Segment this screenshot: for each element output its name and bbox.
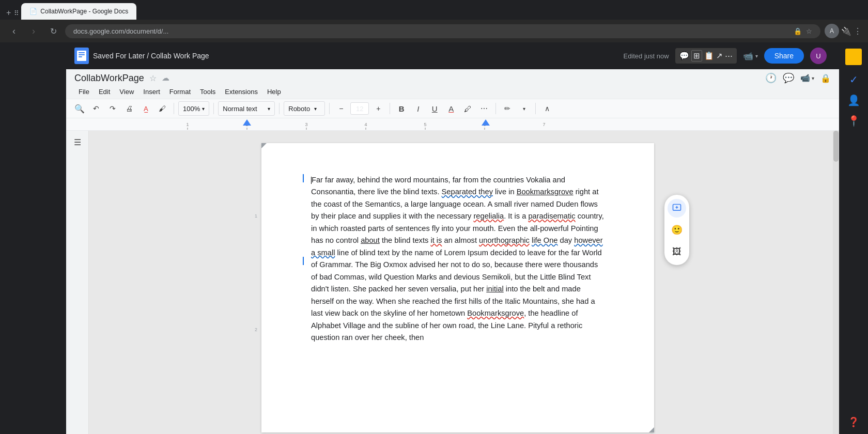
font-value: Roboto — [288, 105, 310, 113]
contacts-icon[interactable]: 👤 — [847, 94, 860, 106]
undo-button[interactable]: ↶ — [89, 101, 103, 116]
font-size-value: 12 — [356, 105, 363, 113]
refresh-button[interactable]: ↻ — [45, 23, 61, 39]
zoom-dropdown: ▾ — [202, 106, 205, 112]
menu-extensions[interactable]: Extensions — [221, 86, 262, 98]
collab-more-icon[interactable]: ⋯ — [725, 51, 733, 60]
browser-extensions-btn[interactable]: 🔌 — [841, 26, 851, 36]
page-scroll-area: 1 2 — [89, 131, 833, 434]
image-comment-button[interactable]: 🖼 — [668, 242, 686, 261]
tab-doc-icon: 📄 — [29, 8, 37, 15]
page-corner-br — [649, 427, 654, 432]
font-size-increase[interactable]: + — [371, 101, 385, 116]
add-comment-button[interactable] — [668, 199, 686, 218]
page-doc[interactable]: Far far away, behind the word mountains,… — [261, 143, 654, 432]
history-icon[interactable]: 🕐 — [765, 72, 777, 84]
font-select[interactable]: Roboto ▾ — [284, 101, 325, 116]
emoji-comment-button[interactable]: 🙂 — [668, 221, 686, 239]
svg-text:5: 5 — [424, 122, 426, 127]
italic-button[interactable]: I — [411, 101, 425, 116]
star-icon[interactable]: ☆ — [806, 27, 812, 35]
page-right-margin — [654, 143, 683, 422]
doc-star-icon[interactable]: ☆ — [149, 73, 157, 83]
bold-button[interactable]: B — [394, 101, 409, 116]
pen-dropdown[interactable]: ▾ — [517, 101, 531, 116]
pen-tool-button[interactable]: ✏ — [500, 101, 515, 116]
avatar[interactable]: U — [810, 48, 827, 64]
window: + ⠿ 📄 CollabWorkPage - Google Docs ‹ › ↻… — [0, 0, 868, 434]
doc-outline-sidebar: ☰ — [66, 131, 89, 434]
back-button[interactable]: ‹ — [6, 23, 22, 39]
svg-text:7: 7 — [542, 122, 545, 127]
topbar-right: Edited just now 💬 ⊞ 📋 ↗ ⋯ 📹 ▾ — [623, 48, 831, 64]
collab-icon1[interactable]: ⊞ — [691, 50, 702, 61]
text-color-button[interactable]: A — [444, 101, 458, 116]
highlight-button[interactable]: 🖊 — [460, 101, 475, 116]
sticky-note-icon[interactable] — [845, 49, 862, 65]
format-paint-button[interactable]: 🖌 — [155, 101, 169, 116]
more-toolbar-button[interactable]: ⋯ — [477, 101, 491, 116]
doc-title[interactable]: CollabWorkPage — [74, 73, 144, 84]
font-size-field[interactable]: 12 — [350, 102, 369, 115]
menu-edit[interactable]: Edit — [95, 86, 114, 98]
browser-profile-btn[interactable]: A — [825, 24, 839, 38]
toolbar-sep3 — [279, 103, 280, 114]
collab-icon3[interactable]: ↗ — [716, 51, 723, 60]
doc-text-regelialia: regelialia — [473, 212, 504, 220]
search-button[interactable]: 🔍 — [72, 101, 87, 116]
comment-icon[interactable]: 💬 — [783, 72, 794, 84]
tab-label: CollabWorkPage - Google Docs — [40, 8, 128, 15]
doc-cloud-icon[interactable]: ☁ — [162, 73, 169, 83]
toolbar-sep6 — [495, 103, 496, 114]
browser-tab[interactable]: 📄 CollabWorkPage - Google Docs — [21, 3, 136, 20]
ruler-svg: 1 2 3 4 5 6 7 — [66, 118, 839, 130]
menu-view[interactable]: View — [115, 86, 138, 98]
svg-text:1: 1 — [186, 122, 189, 127]
page-container: Far far away, behind the word mountains,… — [261, 143, 654, 422]
underline-button[interactable]: U — [427, 101, 442, 116]
tab-add-icon[interactable]: + — [6, 8, 11, 18]
menu-format[interactable]: Format — [165, 86, 195, 98]
svg-text:3: 3 — [305, 122, 307, 127]
doc-text-bookmarksgrove2: Bookmarksgrove — [467, 309, 524, 317]
doc-scrollbar[interactable] — [833, 131, 839, 434]
doc-text-about: about — [361, 236, 380, 244]
share-button[interactable]: Share — [764, 48, 804, 64]
video-call-btn[interactable]: 📹 ▾ — [743, 51, 758, 61]
menu-file[interactable]: File — [74, 86, 94, 98]
video-meet-btn[interactable]: 📹 ▾ — [800, 73, 814, 83]
meet-icon: 📹 — [800, 73, 810, 83]
forward-button[interactable]: › — [26, 23, 41, 39]
print-button[interactable]: 🖨 — [122, 101, 136, 116]
maps-icon[interactable]: 📍 — [847, 115, 860, 127]
menu-insert[interactable]: Insert — [139, 86, 164, 98]
menu-help[interactable]: Help — [263, 86, 285, 98]
toolbar-sep4 — [329, 103, 330, 114]
gdocs-app-icon[interactable] — [74, 48, 89, 64]
doc-region: Saved For Later / Collab Work Page Edite… — [66, 42, 839, 434]
page-corner-tl — [261, 143, 267, 148]
expand-button[interactable]: ∧ — [540, 101, 554, 116]
zoom-select[interactable]: 100% ▾ — [178, 101, 209, 116]
spellcheck-button[interactable]: A̲ — [138, 101, 153, 116]
font-size-decrease[interactable]: − — [334, 101, 348, 116]
outline-button[interactable]: ☰ — [70, 135, 84, 149]
tab-grid-icon[interactable]: ⠿ — [14, 9, 19, 17]
paragraph-style-select[interactable]: Normal text ▾ — [218, 101, 275, 116]
ruler: 1 2 3 4 5 6 7 — [66, 118, 839, 131]
docs-inner-header: CollabWorkPage ☆ ☁ 🕐 💬 📹 ▾ 🔒 — [66, 69, 839, 131]
lock-doc-icon: 🔒 — [820, 73, 831, 83]
scroll-thumb[interactable] — [833, 131, 839, 162]
doc-paragraph[interactable]: Far far away, behind the word mountains,… — [311, 174, 605, 344]
toolbar-sep1 — [174, 103, 174, 114]
chat-icon[interactable]: 💬 — [679, 51, 689, 60]
menu-tools[interactable]: Tools — [196, 86, 220, 98]
video-dropdown-icon: ▾ — [755, 53, 758, 59]
doc-canvas-area: ☰ 1 2 — [66, 131, 839, 434]
help-icon[interactable]: ❓ — [848, 416, 859, 428]
redo-button[interactable]: ↷ — [105, 101, 120, 116]
browser-more-btn[interactable]: ⋮ — [854, 26, 862, 36]
address-bar[interactable]: docs.google.com/document/d/... 🔒 ☆ — [65, 24, 820, 38]
collab-icon2[interactable]: 📋 — [704, 51, 714, 60]
tasks-icon[interactable]: ✓ — [849, 73, 858, 86]
